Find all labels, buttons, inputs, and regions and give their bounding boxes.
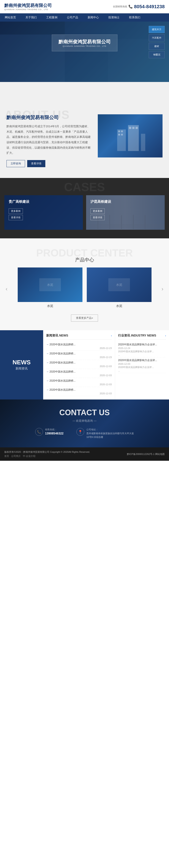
svg-rect-6 bbox=[118, 130, 120, 132]
industry-desc-1: 2020中国水泥品牌影响力企业评... bbox=[118, 366, 166, 369]
news-item-title-2[interactable]: 2020中国水泥品牌榜... bbox=[46, 361, 112, 365]
contact-address-detail: 公司地址： 贵州省黔南布依族苗族自治州都匀市大坪大道10号9·15综合楼 bbox=[86, 428, 134, 439]
nav-cases[interactable]: 工程案例 bbox=[41, 13, 62, 22]
svg-rect-10 bbox=[129, 127, 131, 129]
nav-news[interactable]: 新闻中心 bbox=[83, 13, 104, 22]
footer-link-0[interactable]: 首页 bbox=[4, 455, 9, 458]
contact-address-value: 贵州省黔南布依族苗族自治州都匀市大坪大道10号9·15综合楼 bbox=[86, 432, 134, 439]
nav-home[interactable]: 网站首页 bbox=[0, 13, 21, 22]
footer-copyright: 版权所有©2020：黔南州俊鸿贸易有限公司 Copyright © 2020Al… bbox=[4, 451, 90, 453]
news-section-title: 新闻资讯 NEWS › bbox=[46, 334, 112, 340]
about-detail-btn[interactable]: 查看详情 bbox=[27, 160, 45, 167]
contact-phone-detail: 销售热线： 13908546322 bbox=[45, 428, 64, 435]
industry-item-0: 2020中国水泥品牌影响力企业评... 2020-12-24 2020中国水泥品… bbox=[118, 342, 166, 358]
svg-rect-7 bbox=[121, 130, 123, 132]
contact-phone-icon: 📞 bbox=[35, 428, 43, 436]
industry-more-link[interactable]: › bbox=[165, 334, 166, 337]
footer-right: 黔ICP备20000112262号-1 网站地图 bbox=[127, 453, 165, 456]
industry-title-0[interactable]: 2020中国水泥品牌影响力企业评... bbox=[118, 343, 166, 346]
logo: 黔南州俊鸿贸易有限公司 QIANNAN JUNHONG TRADING CO.,… bbox=[4, 3, 52, 10]
news-item-4: 2020中国水泥品牌榜... 2020-12-03 bbox=[46, 378, 112, 387]
news-left-panel: NEWS 新闻资讯 bbox=[0, 330, 43, 400]
news-item-5: 2020中国水泥品牌榜... 2020-12-03 bbox=[46, 387, 112, 396]
case-more-btn-1[interactable]: 更多案例 bbox=[90, 208, 105, 214]
news-item-date-2: 2020-12-03 bbox=[46, 365, 112, 368]
hero-logo: 黔南州俊鸿贸易有限公司 QIANNAN JUNHONG TRADING CO.,… bbox=[52, 34, 117, 51]
hotline-number: 8054-8491238 bbox=[134, 4, 165, 9]
cases-section: CASES 贵广高铁建设 更多案例 查看详情 bbox=[0, 178, 169, 238]
industry-date-1: 2020-12-03 bbox=[118, 363, 166, 365]
hero-card-1[interactable]: 汽车配件 bbox=[149, 34, 165, 41]
hero-product-cards: 建筑木方 汽车配件 建材 钢覆泥 bbox=[149, 26, 165, 58]
footer-link-2[interactable]: 中·企业介绍 bbox=[23, 455, 35, 458]
site-footer: 版权所有©2020：黔南州俊鸿贸易有限公司 Copyright © 2020Al… bbox=[0, 447, 169, 461]
svg-rect-3 bbox=[117, 129, 126, 151]
product-more-btn[interactable]: 查看更多产品» bbox=[71, 314, 98, 321]
industry-date-0: 2020-12-24 bbox=[118, 347, 166, 349]
industry-item-1: 2020中国水泥品牌影响力企业评... 2020-12-03 2020中国水泥品… bbox=[118, 358, 166, 373]
cases-bg-text: CASES bbox=[0, 180, 169, 194]
svg-text:水泥: 水泥 bbox=[47, 283, 53, 286]
news-item-title-1[interactable]: 2020中国水泥品牌榜... bbox=[46, 352, 112, 355]
product-card-0: 水泥 水泥 bbox=[18, 268, 82, 310]
nav-products[interactable]: 公司产品 bbox=[62, 13, 83, 22]
news-item-1: 2020中国水泥品牌榜... 2020-12-23 bbox=[46, 351, 112, 360]
contact-item-0: 📞 销售热线： 13908546322 bbox=[35, 428, 64, 439]
case-title-1: 沪昆高铁建设 bbox=[90, 199, 160, 204]
news-item-3: 2020中国水泥品牌榜... 2020-12-03 bbox=[46, 369, 112, 378]
product-cards: 水泥 水泥 水泥 水泥 bbox=[11, 268, 158, 310]
industry-desc-0: 2020中国水泥品牌影响力企业评... bbox=[118, 350, 166, 353]
industry-title-1[interactable]: 2020中国水泥品牌影响力企业评... bbox=[118, 359, 166, 362]
product-card-img-1: 水泥 bbox=[87, 268, 151, 302]
nav-invest[interactable]: 投资纳士 bbox=[104, 13, 124, 22]
industry-desc2-0: ... bbox=[118, 353, 166, 356]
about-image bbox=[98, 114, 163, 157]
product-card-label-0: 水泥 bbox=[18, 304, 82, 308]
news-item-title-5[interactable]: 2020中国水泥品牌榜... bbox=[46, 388, 112, 392]
about-section: ABOUT US 黔南州俊鸿贸易有限公司 黔南州俊鸿贸易有限公司成立于2014年… bbox=[0, 103, 169, 178]
news-item-date-3: 2020-12-03 bbox=[46, 374, 112, 377]
cases-grid: 贵广高铁建设 更多案例 查看详情 沪昆高铁建设 bbox=[4, 195, 165, 230]
nav-contact[interactable]: 联系我们 bbox=[124, 13, 145, 22]
industry-section-title: 行业资讯 INDUSTRY NEWS › bbox=[118, 334, 166, 340]
product-more: 查看更多产品» bbox=[4, 314, 165, 321]
news-item-date-5: 2020-12-03 bbox=[46, 392, 112, 395]
news-item-date-0: 2020-12-23 bbox=[46, 347, 112, 349]
hero-card-0[interactable]: 建筑木方 bbox=[149, 26, 165, 33]
contact-address-icon: 📍 bbox=[77, 428, 84, 436]
hotline-label: 全国销售热线 bbox=[113, 5, 127, 8]
contact-address-label: 公司地址： bbox=[86, 428, 134, 431]
news-item-2: 2020中国水泥品牌榜... 2020-12-03 bbox=[46, 360, 112, 369]
product-card-1: 水泥 水泥 bbox=[87, 268, 151, 310]
product-slider: ‹ 水泥 水泥 水泥 水泥 bbox=[4, 268, 165, 310]
footer-left: 版权所有©2020：黔南州俊鸿贸易有限公司 Copyright © 2020Al… bbox=[4, 451, 90, 458]
about-consult-btn[interactable]: 立即咨询 bbox=[6, 160, 25, 167]
hero-logo-en: QIANNAN JUNHONG TRADING CO., LTD bbox=[58, 45, 111, 47]
product-next-arrow[interactable]: › bbox=[160, 286, 165, 292]
hero-banner: 黔南州俊鸿贸易有限公司 QIANNAN JUNHONG TRADING CO.,… bbox=[0, 22, 169, 82]
about-buttons: 立即咨询 查看详情 bbox=[6, 160, 91, 167]
footer-icp: 黔ICP备20000112262号-1 网站地图 bbox=[127, 453, 165, 455]
hero-card-2[interactable]: 建材 bbox=[149, 43, 165, 50]
svg-rect-5 bbox=[141, 134, 145, 151]
news-item-title-0[interactable]: 2020中国水泥品牌榜... bbox=[46, 343, 112, 346]
hero-card-3[interactable]: 钢覆泥 bbox=[149, 51, 165, 58]
product-prev-arrow[interactable]: ‹ bbox=[4, 286, 9, 292]
about-title: 黔南州俊鸿贸易有限公司 bbox=[6, 114, 91, 121]
case-card-1: 沪昆高铁建设 更多案例 查看详情 bbox=[86, 195, 165, 230]
case-detail-btn-0[interactable]: 查看详情 bbox=[9, 215, 23, 220]
news-item-title-4[interactable]: 2020中国水泥品牌榜... bbox=[46, 379, 112, 383]
main-nav: 网站首页 关于我们 工程案例 公司产品 新闻中心 投资纳士 联系我们 bbox=[0, 13, 169, 22]
case-more-btn-0[interactable]: 更多案例 bbox=[9, 208, 23, 214]
nav-about[interactable]: 关于我们 bbox=[21, 13, 41, 22]
product-section: PRODUCT CENTER 产品中心 ‹ 水泥 水泥 水泥 bbox=[0, 238, 169, 330]
footer-link-1[interactable]: 公司简介 bbox=[11, 455, 21, 458]
case-detail-btn-1[interactable]: 查看详情 bbox=[90, 215, 105, 220]
news-item-0: 2020中国水泥品牌榜... 2020-12-23 bbox=[46, 342, 112, 351]
about-content: 黔南州俊鸿贸易有限公司 黔南州俊鸿贸易有限公司成立于2014年3月，公司经营范围… bbox=[6, 114, 91, 167]
news-more-link[interactable]: › bbox=[111, 334, 112, 337]
news-item-title-3[interactable]: 2020中国水泥品牌榜... bbox=[46, 370, 112, 374]
logo-en: QIANNAN JUNHONG TRADING CO., LTD bbox=[4, 8, 52, 10]
about-description: 黔南州俊鸿贸易有限公司成立于2014年3月，公司经营范围为建材、木泥、机械类、汽… bbox=[6, 124, 91, 156]
case-title-0: 贵广高铁建设 bbox=[9, 199, 79, 204]
